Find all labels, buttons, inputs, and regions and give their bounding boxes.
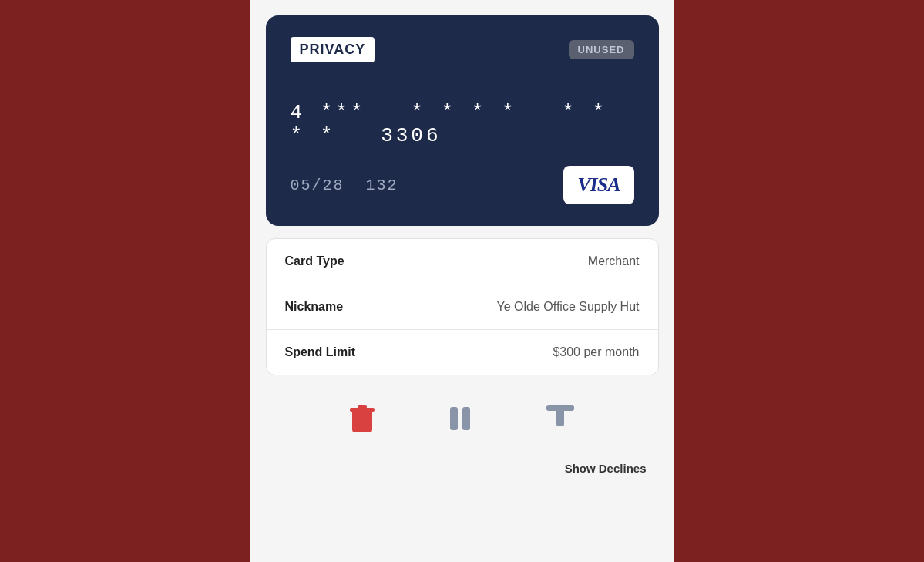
spend-limit-label: Spend Limit — [285, 345, 356, 359]
action-buttons — [266, 391, 659, 446]
card-bottom: 05/28 132 VISA — [291, 166, 634, 204]
delete-button[interactable] — [331, 399, 393, 439]
details-button[interactable] — [528, 399, 593, 439]
pause-button[interactable] — [432, 399, 489, 439]
privacy-logo: PRIVACY — [291, 37, 375, 62]
card-number-part2: * * * * — [411, 101, 516, 124]
card-number-last4: 3306 — [381, 124, 441, 147]
card-number-part1: 4 *** — [291, 101, 366, 124]
spend-limit-value: $300 per month — [553, 345, 639, 359]
trash-icon — [350, 405, 375, 432]
details-icon — [546, 405, 574, 432]
card-number: 4 *** * * * * * * * * 3306 — [291, 101, 634, 147]
card-type-row: Card Type Merchant — [267, 239, 658, 284]
card-type-value: Merchant — [588, 254, 640, 268]
pause-icon — [450, 405, 470, 432]
card-cvv: 132 — [366, 177, 398, 194]
visa-logo: VISA — [563, 166, 633, 204]
card-status-badge: UNUSED — [569, 40, 634, 59]
card-expiry: 05/28 — [291, 177, 344, 194]
privacy-logo-text: PRIVACY — [300, 42, 366, 57]
spend-limit-row: Spend Limit $300 per month — [267, 330, 658, 375]
page-container: PRIVACY UNUSED 4 *** * * * * * * * * 330… — [250, 0, 674, 562]
card-type-label: Card Type — [285, 254, 344, 268]
visa-logo-text: VISA — [577, 173, 620, 196]
nickname-label: Nickname — [285, 300, 344, 314]
show-declines-button[interactable]: Show Declines — [565, 462, 647, 475]
card-expiry-cvv: 05/28 132 — [291, 177, 398, 194]
credit-card: PRIVACY UNUSED 4 *** * * * * * * * * 330… — [266, 15, 659, 226]
show-declines-row: Show Declines — [266, 454, 659, 483]
card-info-table: Card Type Merchant Nickname Ye Olde Offi… — [266, 238, 659, 375]
nickname-row: Nickname Ye Olde Office Supply Hut — [267, 284, 658, 330]
nickname-value: Ye Olde Office Supply Hut — [497, 300, 640, 314]
card-header: PRIVACY UNUSED — [291, 37, 634, 62]
